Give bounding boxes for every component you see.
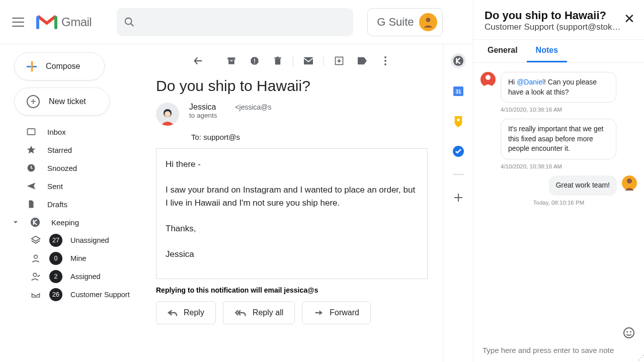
- note-timestamp: 4/10/2020, 10:38:16 AM: [480, 163, 637, 169]
- drafts-icon: [26, 199, 36, 209]
- sidebar-item-starred[interactable]: Starred: [0, 141, 141, 159]
- svg-point-4: [426, 18, 430, 22]
- keeping-addon-icon[interactable]: [451, 53, 466, 68]
- svg-rect-15: [275, 59, 281, 65]
- email-toolbar: [151, 44, 433, 77]
- note-input[interactable]: [482, 346, 635, 354]
- note-timestamp: 4/10/2020, 10:38:16 AM: [480, 107, 637, 113]
- sub-label: Assigned: [70, 273, 101, 281]
- svg-point-21: [384, 60, 386, 62]
- header: Gmail G Suite: [0, 0, 473, 44]
- star-icon: [26, 145, 36, 155]
- svg-point-20: [384, 56, 386, 58]
- move-to-icon[interactable]: [328, 50, 350, 72]
- user-avatar[interactable]: [419, 13, 437, 31]
- sidebar-item-keeping[interactable]: Keeping: [0, 213, 141, 231]
- compose-label: Compose: [46, 62, 80, 71]
- svg-point-24: [165, 111, 171, 117]
- svg-text:31: 31: [455, 89, 461, 95]
- svg-rect-0: [36, 16, 39, 29]
- forward-button[interactable]: Forward: [302, 301, 371, 324]
- svg-rect-13: [254, 59, 255, 62]
- svg-point-9: [33, 273, 37, 277]
- reply-button[interactable]: Reply: [156, 301, 216, 324]
- search-bar[interactable]: [117, 8, 353, 36]
- close-icon[interactable]: ✕: [624, 11, 635, 27]
- sidebar-item-sent[interactable]: Sent: [0, 177, 141, 195]
- nav-label: Starred: [47, 146, 72, 154]
- svg-point-32: [624, 328, 634, 338]
- plus-icon: +: [27, 95, 40, 108]
- sender-avatar: [156, 103, 179, 126]
- svg-rect-17: [277, 57, 279, 58]
- person-icon: [30, 253, 41, 264]
- svg-rect-14: [254, 62, 255, 63]
- note-avatar: [622, 175, 637, 191]
- svg-rect-11: [228, 60, 234, 64]
- svg-point-22: [384, 63, 386, 65]
- sidebar: Compose + New ticket Inbox Starred Snooz…: [0, 44, 141, 362]
- more-icon[interactable]: [374, 50, 396, 72]
- plus-compose-icon: [27, 61, 37, 71]
- calendar-icon[interactable]: 31: [451, 83, 466, 99]
- panel-subtitle: Customer Support (support@stok…: [485, 22, 633, 32]
- gsuite-button[interactable]: G Suite: [367, 8, 442, 36]
- menu-icon[interactable]: [12, 16, 24, 28]
- archive-icon[interactable]: [220, 50, 243, 72]
- label-icon[interactable]: [351, 50, 373, 72]
- sidebar-item-snoozed[interactable]: Snoozed: [0, 159, 141, 177]
- note-avatar: [480, 72, 496, 87]
- app-name: Gmail: [61, 15, 92, 29]
- chevron-down-icon: [12, 217, 19, 227]
- email-body: Hi there - I saw your brand on Instagram…: [156, 148, 428, 279]
- keep-icon[interactable]: [451, 114, 466, 129]
- emoji-icon[interactable]: [623, 327, 635, 339]
- tasks-icon[interactable]: [451, 144, 466, 159]
- svg-point-28: [457, 119, 460, 122]
- svg-point-7: [31, 218, 40, 227]
- sender-name: Jessica: [189, 103, 216, 111]
- reply-all-button[interactable]: Reply all: [223, 301, 295, 324]
- side-panel: Do you ship to Hawaii? Customer Support …: [473, 0, 644, 362]
- note-bubble: Great work team!: [549, 175, 617, 196]
- resize-handle[interactable]: ⋰: [638, 354, 643, 361]
- new-ticket-button[interactable]: + New ticket: [14, 87, 110, 116]
- sidebar-item-drafts[interactable]: Drafts: [0, 195, 141, 213]
- svg-line-3: [131, 23, 134, 26]
- nav-label: Sent: [47, 182, 63, 191]
- mark-unread-icon[interactable]: [297, 50, 319, 72]
- compose-button[interactable]: Compose: [14, 52, 105, 80]
- sidebar-item-inbox[interactable]: Inbox: [0, 123, 141, 141]
- tab-general[interactable]: General: [478, 40, 527, 62]
- gsuite-label: G Suite: [377, 16, 414, 29]
- svg-rect-18: [304, 57, 313, 64]
- gmail-logo[interactable]: Gmail: [36, 14, 92, 30]
- inbox-tray-icon: [30, 289, 41, 300]
- reply-notice: Replying to this notification will email…: [151, 279, 433, 301]
- panel-title: Do you ship to Hawaii?: [485, 9, 633, 22]
- svg-rect-5: [28, 129, 35, 135]
- note-bubble: It's really important that we get this f…: [501, 119, 616, 159]
- tab-notes[interactable]: Notes: [527, 40, 567, 62]
- note-bubble: Hi @Daniel! Can you please have a look a…: [501, 72, 616, 103]
- count-badge: 26: [49, 288, 62, 301]
- sub-item-assigned[interactable]: 2 Assigned: [0, 267, 141, 286]
- back-icon[interactable]: [187, 50, 209, 72]
- delete-icon[interactable]: [267, 50, 289, 72]
- person-check-icon: [30, 271, 41, 282]
- keeping-icon: [30, 217, 40, 227]
- clock-icon: [26, 163, 36, 173]
- sub-item-mine[interactable]: 0 Mine: [0, 249, 141, 267]
- svg-rect-12: [230, 60, 233, 61]
- svg-point-25: [453, 56, 463, 66]
- svg-point-2: [125, 18, 132, 24]
- email-view: Do you ship to Hawaii? Jessica<jessica@s…: [141, 44, 443, 362]
- layers-icon: [30, 235, 41, 246]
- sub-item-customer-support[interactable]: 26 Customer Support: [0, 286, 141, 304]
- svg-point-34: [630, 331, 631, 333]
- spam-icon[interactable]: [244, 50, 266, 72]
- sub-label: Unassigned: [70, 236, 109, 244]
- count-badge: 2: [49, 270, 62, 283]
- add-addon-icon[interactable]: [451, 190, 466, 205]
- sub-item-unassigned[interactable]: 27 Unassigned: [0, 231, 141, 249]
